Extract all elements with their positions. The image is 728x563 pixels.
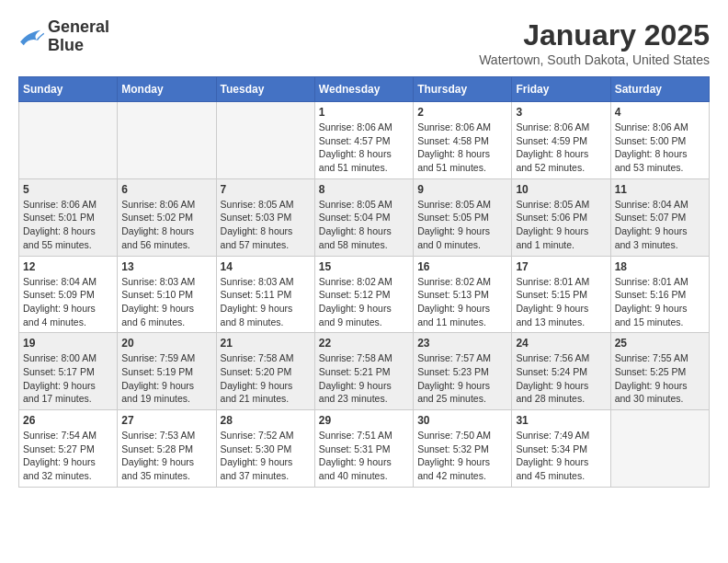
calendar: SundayMondayTuesdayWednesdayThursdayFrid…: [18, 76, 710, 488]
logo-line2: Blue: [48, 37, 109, 55]
day-header-wednesday: Wednesday: [314, 77, 413, 102]
day-number: 2: [417, 106, 507, 119]
header: General Blue January 2025 Watertown, Sou…: [18, 18, 710, 67]
day-info: Sunrise: 8:01 AM Sunset: 5:15 PM Dayligh…: [516, 275, 606, 329]
day-info: Sunrise: 8:05 AM Sunset: 5:06 PM Dayligh…: [516, 198, 606, 252]
day-header-saturday: Saturday: [610, 77, 709, 102]
day-info: Sunrise: 8:05 AM Sunset: 5:05 PM Dayligh…: [417, 198, 507, 252]
day-info: Sunrise: 8:05 AM Sunset: 5:04 PM Dayligh…: [319, 198, 409, 252]
day-info: Sunrise: 7:50 AM Sunset: 5:32 PM Dayligh…: [417, 429, 507, 483]
page-container: General Blue January 2025 Watertown, Sou…: [18, 18, 710, 488]
day-number: 13: [121, 260, 211, 273]
day-number: 9: [417, 183, 507, 196]
day-header-thursday: Thursday: [414, 77, 512, 102]
calendar-cell: 12Sunrise: 8:04 AM Sunset: 5:09 PM Dayli…: [19, 256, 118, 333]
day-info: Sunrise: 8:02 AM Sunset: 5:13 PM Dayligh…: [417, 275, 507, 329]
day-number: 3: [516, 106, 606, 119]
day-info: Sunrise: 7:55 AM Sunset: 5:25 PM Dayligh…: [615, 351, 705, 406]
calendar-week-row: 5Sunrise: 8:06 AM Sunset: 5:01 PM Daylig…: [19, 178, 710, 256]
day-number: 14: [221, 260, 311, 273]
day-info: Sunrise: 7:59 AM Sunset: 5:19 PM Dayligh…: [121, 351, 211, 406]
day-number: 21: [221, 337, 311, 350]
calendar-cell: 14Sunrise: 8:03 AM Sunset: 5:11 PM Dayli…: [216, 256, 314, 333]
day-info: Sunrise: 7:49 AM Sunset: 5:34 PM Dayligh…: [516, 429, 606, 483]
day-number: 28: [221, 414, 311, 427]
calendar-cell: 1Sunrise: 8:06 AM Sunset: 4:57 PM Daylig…: [314, 102, 413, 179]
calendar-cell: 15Sunrise: 8:02 AM Sunset: 5:12 PM Dayli…: [314, 256, 413, 333]
calendar-cell: 29Sunrise: 7:51 AM Sunset: 5:31 PM Dayli…: [314, 410, 413, 488]
day-number: 1: [319, 106, 409, 119]
day-number: 6: [121, 183, 211, 196]
day-number: 27: [121, 414, 211, 427]
calendar-cell: 20Sunrise: 7:59 AM Sunset: 5:19 PM Dayli…: [118, 333, 216, 410]
day-number: 12: [23, 260, 113, 273]
logo-text: General Blue: [48, 18, 109, 55]
location: Watertown, South Dakota, United States: [479, 52, 710, 67]
calendar-cell: [610, 410, 709, 488]
logo: General Blue: [18, 18, 109, 55]
calendar-cell: 9Sunrise: 8:05 AM Sunset: 5:05 PM Daylig…: [414, 178, 512, 256]
calendar-cell: 11Sunrise: 8:04 AM Sunset: 5:07 PM Dayli…: [610, 178, 709, 256]
calendar-cell: 6Sunrise: 8:06 AM Sunset: 5:02 PM Daylig…: [118, 178, 216, 256]
day-number: 25: [615, 337, 705, 350]
day-info: Sunrise: 7:52 AM Sunset: 5:30 PM Dayligh…: [221, 429, 311, 483]
logo-icon: [18, 27, 44, 47]
day-number: 19: [23, 337, 113, 350]
day-number: 24: [516, 337, 606, 350]
day-info: Sunrise: 7:53 AM Sunset: 5:28 PM Dayligh…: [121, 429, 211, 483]
calendar-cell: 4Sunrise: 8:06 AM Sunset: 5:00 PM Daylig…: [610, 102, 709, 179]
calendar-cell: 22Sunrise: 7:58 AM Sunset: 5:21 PM Dayli…: [314, 333, 413, 410]
calendar-cell: 7Sunrise: 8:05 AM Sunset: 5:03 PM Daylig…: [216, 178, 314, 256]
calendar-week-row: 19Sunrise: 8:00 AM Sunset: 5:17 PM Dayli…: [19, 333, 710, 410]
calendar-cell: 17Sunrise: 8:01 AM Sunset: 5:15 PM Dayli…: [512, 256, 610, 333]
calendar-cell: [216, 102, 314, 179]
day-info: Sunrise: 8:06 AM Sunset: 5:00 PM Dayligh…: [615, 121, 705, 175]
calendar-cell: [118, 102, 216, 179]
day-header-tuesday: Tuesday: [216, 77, 314, 102]
calendar-week-row: 12Sunrise: 8:04 AM Sunset: 5:09 PM Dayli…: [19, 256, 710, 333]
day-header-monday: Monday: [118, 77, 216, 102]
day-info: Sunrise: 8:02 AM Sunset: 5:12 PM Dayligh…: [319, 275, 409, 329]
day-number: 16: [417, 260, 507, 273]
day-number: 7: [221, 183, 311, 196]
calendar-cell: 2Sunrise: 8:06 AM Sunset: 4:58 PM Daylig…: [414, 102, 512, 179]
calendar-cell: 16Sunrise: 8:02 AM Sunset: 5:13 PM Dayli…: [414, 256, 512, 333]
calendar-header-row: SundayMondayTuesdayWednesdayThursdayFrid…: [19, 77, 710, 102]
day-info: Sunrise: 8:06 AM Sunset: 4:58 PM Dayligh…: [417, 121, 507, 175]
day-number: 30: [417, 414, 507, 427]
day-info: Sunrise: 7:57 AM Sunset: 5:23 PM Dayligh…: [417, 351, 507, 406]
calendar-cell: 10Sunrise: 8:05 AM Sunset: 5:06 PM Dayli…: [512, 178, 610, 256]
day-header-sunday: Sunday: [19, 77, 118, 102]
day-info: Sunrise: 8:06 AM Sunset: 5:01 PM Dayligh…: [23, 198, 113, 252]
day-info: Sunrise: 8:03 AM Sunset: 5:11 PM Dayligh…: [221, 275, 311, 329]
calendar-cell: 25Sunrise: 7:55 AM Sunset: 5:25 PM Dayli…: [610, 333, 709, 410]
calendar-cell: 19Sunrise: 8:00 AM Sunset: 5:17 PM Dayli…: [19, 333, 118, 410]
calendar-week-row: 26Sunrise: 7:54 AM Sunset: 5:27 PM Dayli…: [19, 410, 710, 488]
day-info: Sunrise: 8:04 AM Sunset: 5:09 PM Dayligh…: [23, 275, 113, 329]
day-info: Sunrise: 8:03 AM Sunset: 5:10 PM Dayligh…: [121, 275, 211, 329]
calendar-cell: 28Sunrise: 7:52 AM Sunset: 5:30 PM Dayli…: [216, 410, 314, 488]
day-number: 31: [516, 414, 606, 427]
day-number: 18: [615, 260, 705, 273]
calendar-cell: 5Sunrise: 8:06 AM Sunset: 5:01 PM Daylig…: [19, 178, 118, 256]
calendar-cell: 23Sunrise: 7:57 AM Sunset: 5:23 PM Dayli…: [414, 333, 512, 410]
day-number: 22: [319, 337, 409, 350]
calendar-cell: 21Sunrise: 7:58 AM Sunset: 5:20 PM Dayli…: [216, 333, 314, 410]
day-info: Sunrise: 7:58 AM Sunset: 5:20 PM Dayligh…: [221, 351, 311, 406]
calendar-cell: 18Sunrise: 8:01 AM Sunset: 5:16 PM Dayli…: [610, 256, 709, 333]
day-number: 26: [23, 414, 113, 427]
calendar-cell: 30Sunrise: 7:50 AM Sunset: 5:32 PM Dayli…: [414, 410, 512, 488]
day-number: 20: [121, 337, 211, 350]
day-info: Sunrise: 7:58 AM Sunset: 5:21 PM Dayligh…: [319, 351, 409, 406]
day-number: 10: [516, 183, 606, 196]
day-info: Sunrise: 8:04 AM Sunset: 5:07 PM Dayligh…: [615, 198, 705, 252]
calendar-cell: 27Sunrise: 7:53 AM Sunset: 5:28 PM Dayli…: [118, 410, 216, 488]
day-info: Sunrise: 8:05 AM Sunset: 5:03 PM Dayligh…: [221, 198, 311, 252]
day-info: Sunrise: 8:06 AM Sunset: 5:02 PM Dayligh…: [121, 198, 211, 252]
day-info: Sunrise: 8:06 AM Sunset: 4:57 PM Dayligh…: [319, 121, 409, 175]
calendar-cell: 24Sunrise: 7:56 AM Sunset: 5:24 PM Dayli…: [512, 333, 610, 410]
day-number: 15: [319, 260, 409, 273]
calendar-cell: 8Sunrise: 8:05 AM Sunset: 5:04 PM Daylig…: [314, 178, 413, 256]
calendar-week-row: 1Sunrise: 8:06 AM Sunset: 4:57 PM Daylig…: [19, 102, 710, 179]
day-number: 11: [615, 183, 705, 196]
